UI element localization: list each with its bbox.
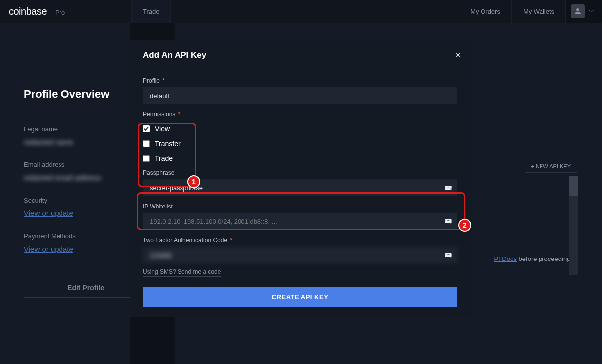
- svg-rect-15: [448, 254, 449, 255]
- brand-name: coinbase: [9, 6, 47, 17]
- avatar-icon: [571, 4, 585, 18]
- nav-my-wallets[interactable]: My Wallets: [512, 0, 566, 23]
- perm-view-row: View: [143, 125, 461, 133]
- svg-rect-3: [448, 187, 449, 187]
- perm-transfer-checkbox[interactable]: [143, 140, 150, 147]
- perm-trade-row: Trade: [143, 155, 461, 162]
- profile-select[interactable]: [143, 87, 457, 104]
- passphrase-label: Passphrase: [143, 169, 461, 176]
- svg-rect-2: [447, 187, 447, 187]
- scrollbar[interactable]: [569, 176, 578, 275]
- ip-whitelist-input[interactable]: [143, 213, 457, 230]
- payment-link[interactable]: View or update: [24, 245, 73, 253]
- api-docs-link[interactable]: PI Docs: [494, 255, 517, 262]
- create-api-key-button[interactable]: CREATE API KEY: [143, 287, 457, 307]
- sms-code-link[interactable]: Using SMS? Send me a code: [143, 268, 221, 277]
- keyboard-icon[interactable]: 2: [444, 251, 452, 259]
- svg-text:2: 2: [450, 221, 452, 224]
- nav-my-orders[interactable]: My Orders: [459, 0, 512, 23]
- svg-rect-13: [446, 254, 446, 255]
- new-api-key-button[interactable]: + NEW API KEY: [525, 160, 577, 173]
- perm-trade-label[interactable]: Trade: [155, 155, 173, 162]
- close-icon[interactable]: ✕: [455, 51, 461, 60]
- profile-field-label: Profile *: [143, 77, 461, 84]
- nav-trade[interactable]: Trade: [131, 0, 171, 23]
- permissions-label: Permissions *: [143, 111, 461, 118]
- modal-title: Add An API Key: [143, 51, 206, 60]
- keyboard-icon[interactable]: 2: [444, 184, 452, 192]
- api-docs-note: PI Docs before proceeding.: [494, 255, 572, 262]
- chevron-down-icon: ﹀: [589, 8, 594, 15]
- svg-rect-7: [446, 220, 446, 221]
- keyboard-icon[interactable]: 2: [444, 217, 452, 225]
- svg-text:2: 2: [450, 188, 452, 191]
- edit-profile-button[interactable]: Edit Profile: [24, 278, 148, 298]
- svg-rect-9: [448, 220, 449, 221]
- brand-sub: Pro: [51, 9, 65, 16]
- modal-header: Add An API Key ✕: [130, 40, 474, 69]
- scrollbar-thumb[interactable]: [569, 176, 578, 196]
- brand-block[interactable]: coinbase Pro: [0, 6, 131, 17]
- top-nav: coinbase Pro Trade My Orders My Wallets …: [0, 0, 602, 23]
- add-api-key-modal: Add An API Key ✕ Profile * Permissions *…: [130, 40, 474, 317]
- annotation-badge-2: 2: [458, 219, 471, 232]
- svg-rect-8: [447, 220, 447, 221]
- perm-view-label[interactable]: View: [155, 125, 170, 133]
- security-link[interactable]: View or update: [24, 209, 73, 217]
- tfa-input[interactable]: [143, 247, 457, 263]
- perm-view-checkbox[interactable]: [143, 125, 150, 132]
- account-menu[interactable]: ﹀: [566, 0, 602, 23]
- perm-transfer-label[interactable]: Transfer: [155, 140, 181, 148]
- svg-text:2: 2: [450, 255, 452, 258]
- svg-rect-1: [446, 187, 446, 187]
- perm-transfer-row: Transfer: [143, 140, 461, 148]
- tfa-label: Two Factor Authentication Code *: [143, 237, 461, 244]
- ip-whitelist-label: IP Whitelist: [143, 203, 461, 210]
- annotation-badge-1: 1: [187, 175, 200, 188]
- perm-trade-checkbox[interactable]: [143, 155, 150, 162]
- svg-rect-14: [447, 254, 447, 255]
